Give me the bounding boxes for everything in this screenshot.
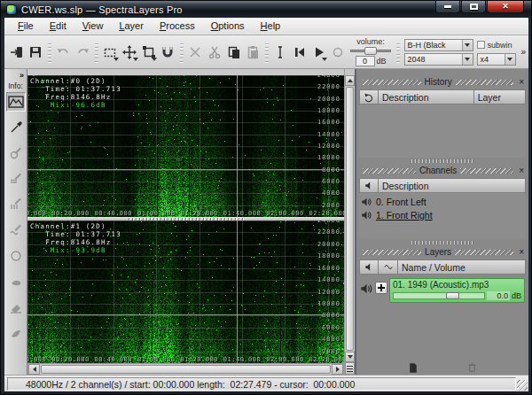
menu-process[interactable]: Process [152,18,203,35]
scroll-up-arrow[interactable] [345,75,355,86]
time-tick-label: 02:00.000 [266,356,303,363]
vertical-scrollbar[interactable] [344,69,355,375]
freq-readout: Freq:8146.8Hz [30,93,121,101]
menu-view[interactable]: View [74,18,112,35]
new-layer-button[interactable] [405,361,421,374]
time-cursor-button[interactable] [271,40,291,64]
frequency-pen-tool[interactable] [6,169,26,189]
menu-help[interactable]: Help [253,18,289,35]
channels-panel-title[interactable]: Channels × [359,165,526,176]
resize-grip[interactable] [517,380,528,391]
history-description-column[interactable]: Description [379,89,474,105]
area-selection-tool[interactable] [6,246,26,266]
layer-add-button[interactable] [375,282,387,294]
close-layers-panel-button[interactable]: × [517,248,526,257]
time-tick-label: 00:00.000 [27,356,46,363]
menu-file[interactable]: File [10,18,42,35]
layer-volume-thumb[interactable] [446,292,459,299]
display-info-tool[interactable] [6,92,26,112]
app-icon [6,4,17,15]
time-pen-tool[interactable] [6,195,26,214]
save-button[interactable] [27,40,46,64]
record-icon [331,45,345,59]
snap-tool-button[interactable] [158,40,177,64]
history-layer-column[interactable]: Layer [474,89,526,105]
redo-button[interactable] [73,40,92,64]
history-undo-column[interactable] [359,89,379,105]
delete-layer-button[interactable] [464,361,480,374]
close-history-panel-button[interactable]: × [517,78,526,87]
layer-row[interactable]: 01. 1949 (Acoustic).mp3 0.0 dB [359,275,526,303]
channels-description-column[interactable]: Description [379,178,526,193]
close-button[interactable]: ✕ [487,1,524,13]
pen-lines-icon [9,172,23,186]
close-channels-panel-button[interactable]: × [517,167,526,175]
minimize-button[interactable] [435,1,460,13]
rectangle-select-button[interactable] [101,40,121,64]
clone-tool[interactable] [6,323,26,343]
delete-button[interactable] [186,40,206,64]
spectrogram-channel-0[interactable]: Channel:#0 (2D) Time: 01:37.713 Freq:814… [27,75,344,217]
view-layout-button[interactable] [345,362,355,375]
zoom-factor-select[interactable]: x4 [477,53,516,66]
channels-mute-column[interactable] [359,178,379,193]
harmonics-pen-tool[interactable] [6,143,26,163]
channels-resize-handle[interactable] [359,239,526,246]
layers-mute-column[interactable] [359,259,379,275]
layers-name-column[interactable]: Name / Volume [398,259,526,275]
layers-panel-title[interactable]: Layers × [359,246,526,258]
spectrogram-channel-1[interactable]: Channel:#1 (2D) Time: 01:37.713 Freq:814… [27,221,344,363]
menu-options[interactable]: Options [203,18,253,35]
volume-slider-thumb[interactable] [364,47,377,55]
speaker-on-icon[interactable] [360,283,373,295]
history-resize-handle[interactable] [359,158,526,165]
time-tick-label: 00:20.000 [51,356,89,363]
maximize-button[interactable] [461,1,486,13]
pick-tool[interactable] [6,118,26,137]
info-label: Info: [8,81,23,90]
tool-panel-expand-button[interactable]: » [20,71,24,80]
play-button[interactable] [309,40,329,64]
horizontal-scrollbar[interactable] [27,363,344,376]
scroll-right-arrow[interactable] [332,364,343,375]
fft-size-select[interactable]: 2048 [404,53,473,66]
redo-icon [75,45,90,59]
go-to-start-button[interactable] [290,40,309,64]
scroll-left-arrow[interactable] [28,364,40,375]
freq-tick-label: 24000 [317,75,340,79]
history-list[interactable] [359,105,526,158]
smudge-tool[interactable] [6,272,26,291]
chevron-down-icon[interactable] [505,54,515,65]
chevron-down-icon[interactable] [462,40,473,50]
menu-edit[interactable]: Edit [42,18,74,35]
layers-wave-column[interactable] [379,259,398,275]
record-button[interactable] [328,40,348,64]
menu-layer[interactable]: Layer [111,18,152,35]
copy-button[interactable] [224,40,244,64]
vertical-scrollbar-thumb[interactable] [346,87,354,351]
paste-button[interactable] [243,40,262,64]
volume-slider[interactable] [350,47,391,55]
horizontal-scrollbar-thumb[interactable] [41,365,331,374]
eraser-tool[interactable] [6,298,26,317]
history-panel-title[interactable]: History × [359,76,526,88]
undo-button[interactable] [54,40,74,64]
open-button[interactable] [7,40,27,64]
right-dock: History × Description Layer [355,69,528,375]
cut-button[interactable] [205,40,224,64]
chevron-down-icon[interactable] [462,54,473,65]
noise-pen-tool[interactable] [6,221,26,240]
status-text: 48000Hz / 2 channel(s) / start: 00:00.00… [7,377,516,391]
layer-volume-slider[interactable] [393,292,485,299]
channel-row-front-right[interactable]: 1. Front Right [359,208,526,221]
move-tool-button[interactable] [120,40,139,64]
transform-tool-button[interactable] [139,40,159,64]
title-bar[interactable]: CWER.ws.slp — SpectraLayers Pro ✕ [1,1,531,18]
scroll-down-arrow[interactable] [345,352,355,362]
subwin-checkbox[interactable] [477,41,485,49]
channel-row-front-left[interactable]: 0. Front Left [359,195,526,208]
layer-item-selected[interactable]: 01. 1949 (Acoustic).mp3 0.0 dB [389,278,525,303]
toolbar-overflow-button[interactable]: » [521,47,527,57]
volume-value-field[interactable]: 0 [356,56,375,66]
fft-window-select[interactable]: B-H (Black [404,39,473,51]
